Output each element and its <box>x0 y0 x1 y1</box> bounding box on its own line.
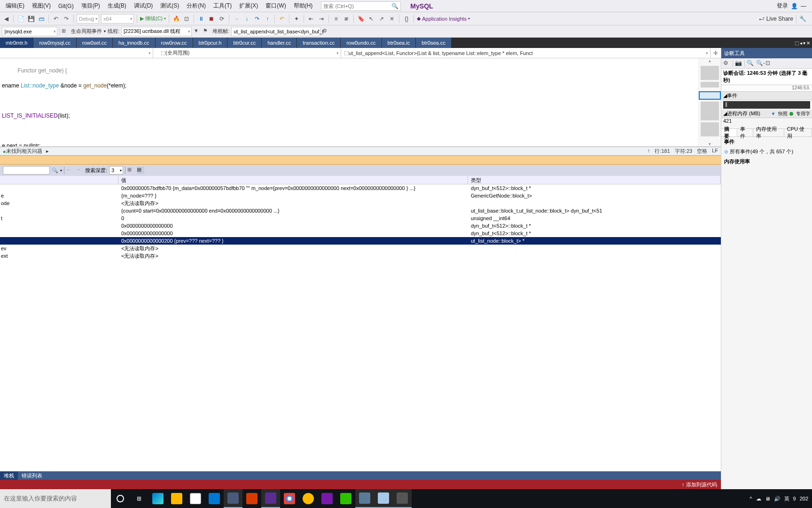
new-file-icon[interactable]: 📄 <box>16 15 25 23</box>
hot-reload-icon[interactable]: 🔥 <box>172 15 180 23</box>
scope-combo[interactable]: ⬚ (全局范围) <box>153 48 341 58</box>
chrome-icon[interactable] <box>280 489 299 508</box>
onedrive-icon[interactable]: ☁ <box>756 496 761 502</box>
subtab-events[interactable]: 事件 <box>737 129 753 136</box>
explorer-icon[interactable] <box>167 489 186 508</box>
notepad-icon[interactable] <box>374 489 393 508</box>
clear-bookmark-icon[interactable]: ✕ <box>388 15 396 23</box>
subtab-summary[interactable]: 摘要 <box>721 129 737 136</box>
menu-window[interactable]: 窗口(W) <box>262 0 289 12</box>
stop-icon[interactable]: ⏹ <box>207 15 216 23</box>
depth-combo[interactable]: 3 <box>109 166 123 175</box>
zoom-out-icon[interactable]: 🔍- <box>756 60 764 67</box>
upload-icon[interactable]: ↑ <box>682 482 685 487</box>
nav-fwd-icon[interactable]: → <box>76 167 83 174</box>
quick-search-input[interactable] <box>323 3 391 9</box>
login-button[interactable]: 登录 <box>777 2 788 10</box>
live-share-button[interactable]: Live Share <box>766 16 793 22</box>
tree-icon[interactable]: ⊞ <box>127 167 135 174</box>
eol-indicator[interactable]: LF <box>712 148 718 155</box>
camera-icon[interactable]: 📷 <box>735 60 742 67</box>
app2-icon[interactable] <box>242 489 261 508</box>
step-out-icon[interactable]: ↑ <box>263 15 272 23</box>
subtab-memory[interactable]: 内存使用率 <box>753 129 784 136</box>
member-combo[interactable]: ⬚ ut_list_append<List, Functor>(List & l… <box>341 48 710 58</box>
split-editor-icon[interactable]: ✛ <box>710 48 721 58</box>
events-all-link[interactable]: ⊙ 所有事件(49 个，共 657 个) <box>721 147 812 157</box>
menu-git[interactable]: Git(G) <box>55 1 78 11</box>
caret-up-icon[interactable]: ↑ <box>648 148 650 155</box>
process-combo[interactable]: ] mysqld.exe <box>2 27 57 36</box>
watch-row[interactable]: ext<无法读取内存> <box>0 252 721 260</box>
menu-debug[interactable]: 调试(D) <box>130 0 157 12</box>
app1-icon[interactable] <box>224 489 242 508</box>
add-to-source-button[interactable]: 添加到源代码 <box>686 481 717 488</box>
comment-icon[interactable]: ≡ <box>332 15 340 23</box>
filter-icon[interactable]: ▼ <box>194 28 201 35</box>
undo-icon[interactable]: ↶ <box>52 15 60 23</box>
live-share-icon[interactable]: ⮐ <box>759 16 765 22</box>
network-icon[interactable]: 🖥 <box>765 496 770 501</box>
menu-view[interactable]: 视图(V) <box>28 0 55 12</box>
store-icon[interactable] <box>186 489 205 508</box>
tab-btr0cur[interactable]: btr0cur.cc <box>227 38 262 48</box>
cortana-icon[interactable] <box>111 489 130 508</box>
step-over-icon[interactable]: ↷ <box>253 15 261 23</box>
line-indicator[interactable]: 行:181 <box>655 148 670 155</box>
watch-row[interactable]: 0x0000000000000000 dyn_buf_t<512>::block… <box>0 230 721 237</box>
next-bookmark-icon[interactable]: ↗ <box>377 15 386 23</box>
menu-test[interactable]: 测试(S) <box>156 0 183 12</box>
tab-btr0pcur[interactable]: btr0pcur.h <box>193 38 228 48</box>
app-insights-button[interactable]: ◆Application Insights▾ <box>417 16 470 22</box>
quick-search[interactable]: 🔍 <box>321 1 401 11</box>
prev-bookmark-icon[interactable]: ↖ <box>367 15 375 23</box>
gear-icon[interactable]: ⚙ <box>723 60 731 67</box>
brace-icon[interactable]: {} <box>402 15 411 23</box>
ime-indicator[interactable]: 英 <box>784 495 789 502</box>
menu-build[interactable]: 生成(B) <box>104 0 130 12</box>
back-nav-icon[interactable]: ↶ <box>278 15 286 23</box>
tab-row0mysql[interactable]: row0mysql.cc <box>33 38 77 48</box>
char-indicator[interactable]: 字符:23 <box>675 148 692 155</box>
indent-more-icon[interactable]: ⇥ <box>317 15 326 23</box>
tab-transaction[interactable]: transaction.cc <box>297 38 341 48</box>
save-icon[interactable]: 💾 <box>27 15 35 23</box>
tab-callstack[interactable]: 堆栈 <box>0 471 18 480</box>
reset-zoom-icon[interactable]: ⊡ <box>765 60 773 67</box>
menu-analyze[interactable]: 分析(N) <box>183 0 210 12</box>
nav-back-icon[interactable]: ← <box>66 167 74 174</box>
bookmark-icon[interactable]: 🔖 <box>357 15 365 23</box>
menu-edit[interactable]: 编辑(E) <box>2 0 28 12</box>
uncomment-icon[interactable]: ≢ <box>342 15 351 23</box>
col-header-name[interactable] <box>0 176 118 184</box>
user-icon[interactable]: 👤 <box>791 3 798 9</box>
diag-timeline[interactable]: 1246:53. <box>721 85 812 92</box>
visual-studio-icon[interactable] <box>261 489 280 508</box>
lifecycle-icon[interactable]: ⊞ <box>62 28 69 35</box>
search-dropdown-icon[interactable]: ▾ <box>60 168 62 173</box>
indent-less-icon[interactable]: ⇤ <box>307 15 315 23</box>
tab-row0row[interactable]: row0row.cc <box>156 38 193 48</box>
save-all-icon[interactable]: 🗃 <box>37 15 46 23</box>
watch-row[interactable]: 0x0000000000000200 {prev=??? next=??? }u… <box>0 237 721 245</box>
minimize-button[interactable]: — <box>801 3 806 9</box>
chevron-right-icon[interactable]: ▸ <box>46 148 49 154</box>
restart-icon[interactable]: ⟳ <box>218 15 226 23</box>
tab-close-icon[interactable]: ✕ <box>806 40 810 46</box>
screenshot-icon[interactable]: ⊡ <box>182 15 191 23</box>
watch-row[interactable]: t0unsigned __int64 <box>0 214 721 222</box>
stackframe-combo[interactable]: ut_list_append<ut_list_base<dyn_buf_t <box>231 27 320 36</box>
tab-overflow-icon[interactable]: ▾ <box>803 40 805 46</box>
scroll-down-icon[interactable]: ▾ <box>709 142 711 146</box>
app4-icon[interactable] <box>355 489 374 508</box>
watch-row[interactable]: {count=0 start=0x0000000000000000 end=0x… <box>0 207 721 214</box>
config-combo[interactable]: Debug <box>77 14 99 24</box>
code-editor[interactable]: Functor get_node) { ename List::node_typ… <box>0 58 721 147</box>
wechat-icon[interactable] <box>336 489 355 508</box>
menu-extensions[interactable]: 扩展(X) <box>235 0 262 12</box>
issues-indicator[interactable]: ● <box>3 149 6 154</box>
tab-prev-icon[interactable]: ◂ <box>800 40 802 46</box>
col-header-type[interactable]: 类型 <box>468 176 721 184</box>
clock-time[interactable]: 9 <box>793 496 796 501</box>
tab-row0undo[interactable]: row0undo.cc <box>341 38 382 48</box>
